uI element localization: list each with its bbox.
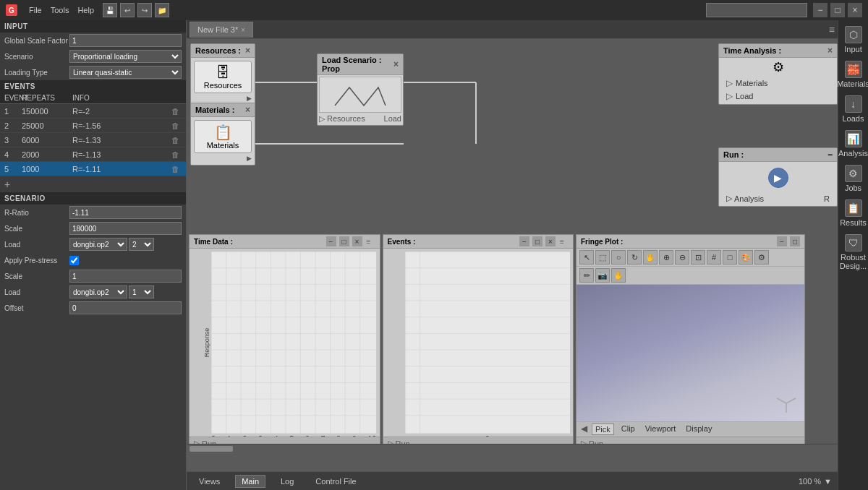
restore-button[interactable]: □	[830, 3, 845, 17]
load-channel-select[interactable]: 2	[129, 238, 154, 251]
events-minimize[interactable]: −	[519, 236, 529, 246]
fringe-zoom-in-btn[interactable]: ⊕	[659, 250, 673, 265]
load2-channel-select[interactable]: 1	[129, 285, 154, 298]
menu-help[interactable]: Help	[77, 6, 94, 14]
event-delete-1[interactable]: 🗑	[171, 107, 182, 116]
fringe-tab-pick[interactable]: Pick	[592, 424, 614, 435]
time-analysis-header[interactable]: Time Analysis : ×	[719, 44, 837, 58]
tab-main[interactable]: Main	[235, 475, 265, 488]
fringe-legend-btn[interactable]: □	[723, 250, 737, 265]
fringe-minimize[interactable]: −	[777, 236, 787, 246]
events-maximize[interactable]: □	[532, 236, 542, 246]
offset-input[interactable]	[69, 301, 182, 314]
resources-node[interactable]: 🗄 Resources	[194, 61, 252, 93]
load-scenario-close[interactable]: ×	[393, 59, 399, 69]
time-data-close[interactable]: ×	[352, 236, 362, 246]
materials-panel-header[interactable]: Materials : ×	[191, 103, 255, 117]
loading-type-select[interactable]: Linear quasi-static	[69, 66, 182, 79]
tab-control-file[interactable]: Control File	[309, 475, 362, 488]
load-file-select[interactable]: dongbi.op2	[69, 238, 127, 251]
event-delete-3[interactable]: 🗑	[171, 136, 182, 145]
sidebar-item-results[interactable]: 📋 Results	[840, 197, 867, 230]
scale2-input[interactable]	[69, 270, 182, 283]
materials-node[interactable]: 📋 Materials	[194, 120, 252, 153]
toolbar-undo[interactable]: ↩	[120, 3, 135, 17]
event-delete-4[interactable]: 🗑	[171, 150, 182, 159]
load-scenario-header[interactable]: Load Scenario : Prop ×	[318, 54, 403, 75]
fringe-tab-viewport[interactable]: Viewport	[642, 424, 679, 435]
minimize-button[interactable]: −	[813, 3, 827, 17]
event-row-5[interactable]: 5 1000 R=-1.11 🗑	[0, 162, 186, 176]
time-data-minimize[interactable]: −	[326, 236, 336, 246]
tab-log[interactable]: Log	[274, 475, 300, 488]
fringe-fit-btn[interactable]: ⊡	[691, 250, 705, 265]
zoom-dropdown-icon[interactable]: ▼	[824, 477, 832, 486]
add-event-button[interactable]: +	[0, 176, 186, 192]
resources-panel-header[interactable]: Resources : ×	[191, 44, 255, 58]
r-ratio-input[interactable]	[69, 206, 182, 219]
fringe-tab-clip[interactable]: Clip	[618, 424, 638, 435]
event-delete-2[interactable]: 🗑	[171, 121, 182, 130]
fringe-select-rect-btn[interactable]: ⬚	[595, 250, 610, 265]
loading-type-row: Loading Type Linear quasi-static	[0, 64, 186, 80]
tab-new-file[interactable]: New File 3* ×	[190, 22, 253, 38]
sidebar-item-materials[interactable]: 🧱 Materials	[840, 58, 867, 91]
event-row-2[interactable]: 2 25000 R=-1.56 🗑	[0, 119, 186, 133]
toolbar-redo[interactable]: ↪	[137, 3, 152, 17]
fringe-settings-btn[interactable]: ⚙	[754, 250, 769, 265]
h-scrollbar-thumb[interactable]	[190, 446, 233, 452]
global-scale-factor-input[interactable]	[69, 34, 182, 47]
event-row-4[interactable]: 4 2000 R=-1.13 🗑	[0, 147, 186, 162]
sidebar-item-input[interactable]: ⬡ Input	[840, 23, 867, 56]
fringe-nav-left[interactable]: ◀	[581, 424, 587, 435]
fringe-pencil-btn[interactable]: ✏	[579, 268, 594, 283]
tab-filter-icon[interactable]: ≡	[829, 24, 835, 35]
fringe-cursor-btn[interactable]: ↖	[579, 250, 594, 265]
fringe-hand-btn[interactable]: ✋	[611, 268, 626, 283]
close-button[interactable]: ×	[848, 3, 862, 17]
apply-prestress-checkbox[interactable]	[69, 256, 79, 265]
menu-bar[interactable]: File Tools Help	[29, 6, 94, 14]
fringe-select-circ-btn[interactable]: ○	[611, 250, 626, 265]
fringe-tab-display[interactable]: Display	[683, 424, 715, 435]
search-input[interactable]	[706, 3, 807, 17]
event-row-1[interactable]: 1 150000 R=-2 🗑	[0, 104, 186, 119]
event-delete-5[interactable]: 🗑	[171, 165, 182, 173]
scenario-select[interactable]: Proportional loading	[69, 50, 182, 63]
fringe-zoom-out-btn[interactable]: ⊖	[675, 250, 689, 265]
run-play-button[interactable]: ▶	[768, 168, 788, 188]
menu-file[interactable]: File	[29, 6, 42, 14]
tab-views[interactable]: Views	[192, 475, 226, 488]
run-panel-minus[interactable]: −	[827, 150, 833, 160]
scale-input[interactable]	[69, 222, 182, 235]
sidebar-item-loads[interactable]: ↓ Loads	[840, 93, 867, 126]
fringe-toolbar-2: ✏ 📷 ✋	[576, 267, 804, 285]
fringe-pan-btn[interactable]: ✋	[643, 250, 658, 265]
event-info-5: R=-1.11	[72, 165, 171, 173]
fringe-camera-btn[interactable]: 📷	[595, 268, 610, 283]
event-row-3[interactable]: 3 6000 R=-1.33 🗑	[0, 133, 186, 147]
fringe-rotate-btn[interactable]: ↻	[627, 250, 642, 265]
sidebar-item-robust[interactable]: 🛡 Robust Desig...	[840, 231, 867, 273]
time-analysis-close[interactable]: ×	[827, 46, 833, 56]
h-scrollbar[interactable]	[187, 444, 838, 452]
materials-panel-close[interactable]: ×	[245, 105, 250, 115]
sidebar-item-jobs[interactable]: ⚙ Jobs	[840, 162, 867, 195]
resources-panel-close[interactable]: ×	[245, 46, 250, 56]
time-data-maximize[interactable]: □	[339, 236, 349, 246]
menu-tools[interactable]: Tools	[51, 6, 69, 14]
load-load-port: Load	[384, 114, 401, 124]
events-close[interactable]: ×	[545, 236, 556, 246]
time-analysis-area: Time Analysis : × ⚙ ▷ Materials ▷	[718, 39, 838, 251]
tab-close-icon[interactable]: ×	[241, 26, 245, 34]
run-analysis-icon: ▷	[726, 194, 732, 203]
fringe-color-btn[interactable]: 🎨	[739, 250, 753, 265]
fringe-grid-btn[interactable]: #	[707, 250, 721, 265]
toolbar-save[interactable]: 💾	[103, 3, 117, 17]
fringe-maximize[interactable]: □	[790, 236, 800, 246]
materials-sidebar-icon: 🧱	[845, 61, 862, 78]
load2-file-select[interactable]: dongbi.op2	[69, 285, 127, 298]
time-data-chart: Response	[190, 249, 380, 437]
sidebar-item-analysis[interactable]: 📊 Analysis	[840, 127, 867, 160]
toolbar-open[interactable]: 📁	[155, 3, 169, 17]
